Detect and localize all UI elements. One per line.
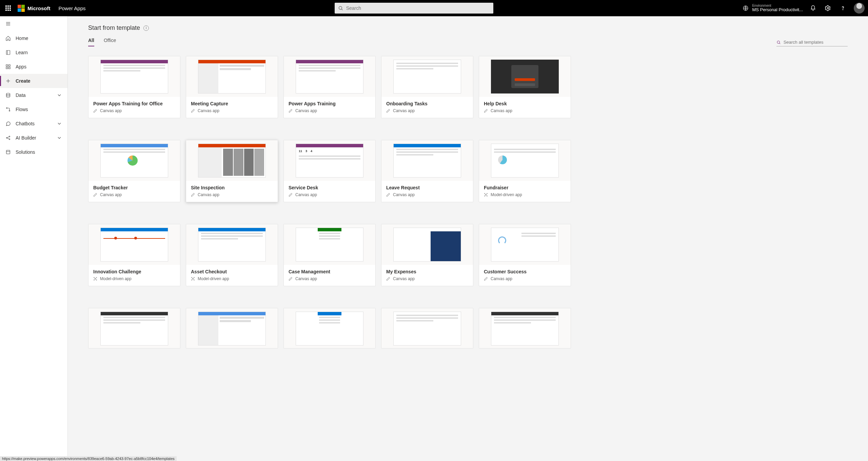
template-card[interactable]: Meeting CaptureCanvas app (186, 56, 278, 118)
template-card[interactable]: Power Apps TrainingCanvas app (283, 56, 376, 118)
template-card[interactable]: Customer SuccessCanvas app (479, 224, 571, 286)
environment-picker[interactable]: Environment MS Personal Productivit... (743, 4, 803, 12)
info-icon[interactable]: i (143, 25, 149, 31)
microsoft-logo[interactable]: Microsoft (18, 5, 51, 12)
svg-point-19 (6, 138, 7, 139)
sidebar-item-apps[interactable]: Apps (0, 60, 67, 74)
section-title: Start from template (88, 24, 140, 32)
sidebar: HomeLearnAppsCreateDataFlowsChatbotsAI B… (0, 16, 68, 461)
template-title: Asset Checkout (191, 269, 273, 274)
template-card[interactable]: Budget TrackerCanvas app (88, 140, 180, 202)
sidebar-item-flows[interactable]: Flows (0, 102, 67, 117)
template-card[interactable]: Help DeskCanvas app (479, 56, 571, 118)
search-icon (338, 5, 343, 11)
settings-button[interactable] (821, 0, 835, 16)
svg-point-33 (95, 278, 96, 279)
svg-rect-10 (6, 65, 8, 66)
template-card[interactable]: Onboarding TasksCanvas app (381, 56, 473, 118)
sidebar-toggle[interactable] (0, 16, 67, 31)
sidebar-item-learn[interactable]: Learn (0, 45, 67, 60)
template-type: Model-driven app (191, 276, 273, 281)
solution-icon (5, 149, 11, 155)
svg-point-4 (843, 9, 843, 10)
sidebar-item-label: Data (16, 92, 26, 98)
template-type: Canvas app (289, 108, 371, 113)
template-search[interactable] (776, 40, 848, 46)
hamburger-icon (5, 21, 11, 26)
svg-point-0 (339, 6, 342, 9)
search-input[interactable] (346, 5, 490, 11)
template-type: Model-driven app (484, 192, 566, 197)
template-type: Canvas app (93, 192, 175, 197)
environment-icon (743, 5, 749, 11)
template-title: Site Inspection (191, 185, 273, 190)
template-type: Canvas app (93, 108, 175, 113)
svg-point-34 (94, 277, 95, 278)
template-card[interactable] (381, 308, 473, 349)
apps-icon (5, 64, 11, 69)
template-title: Power Apps Training (289, 101, 371, 106)
pencil-icon (484, 277, 488, 281)
tab-all[interactable]: All (88, 38, 94, 46)
status-bar: https://make.preview.powerapps.com/envir… (0, 456, 177, 461)
pencil-icon (191, 193, 195, 197)
sidebar-item-home[interactable]: Home (0, 31, 67, 45)
template-type: Canvas app (484, 108, 566, 113)
model-icon (191, 277, 195, 281)
sidebar-item-ai-builder[interactable]: AI Builder (0, 131, 67, 145)
template-card[interactable] (479, 308, 571, 349)
template-card[interactable] (186, 308, 278, 349)
template-title: Budget Tracker (93, 185, 175, 190)
app-launcher[interactable] (0, 0, 16, 16)
notifications-button[interactable] (806, 0, 821, 16)
pencil-icon (93, 193, 97, 197)
template-card[interactable]: My ExpensesCanvas app (381, 224, 473, 286)
app-name[interactable]: Power Apps (59, 5, 86, 11)
svg-line-27 (780, 43, 780, 44)
template-type: Canvas app (386, 276, 468, 281)
template-card[interactable] (283, 308, 376, 349)
svg-point-36 (94, 280, 95, 280)
template-card[interactable]: 1134Service DeskCanvas app (283, 140, 376, 202)
pencil-icon (191, 109, 195, 113)
sidebar-item-chatbots[interactable]: Chatbots (0, 117, 67, 131)
book-icon (5, 50, 11, 55)
template-card[interactable]: Site InspectionCanvas app (186, 140, 278, 202)
top-bar: Microsoft Power Apps Environment MS Pers… (0, 0, 868, 16)
svg-point-42 (194, 280, 195, 280)
sidebar-item-create[interactable]: Create (0, 74, 67, 88)
svg-point-17 (6, 108, 7, 109)
global-search[interactable] (335, 3, 493, 14)
template-search-input[interactable] (784, 40, 848, 45)
search-icon (776, 40, 781, 45)
svg-point-28 (486, 194, 487, 195)
help-button[interactable] (835, 0, 850, 16)
svg-point-20 (9, 136, 10, 137)
template-card[interactable]: Case ManagementCanvas app (283, 224, 376, 286)
user-avatar[interactable] (854, 3, 865, 14)
sidebar-item-label: Learn (16, 50, 28, 55)
svg-point-26 (777, 41, 780, 43)
tab-office[interactable]: Office (104, 38, 116, 46)
sidebar-item-label: Home (16, 36, 28, 41)
svg-point-39 (192, 277, 192, 278)
template-card[interactable]: Power Apps Training for OfficeCanvas app (88, 56, 180, 118)
sidebar-item-label: Create (16, 78, 31, 84)
environment-text: Environment MS Personal Productivit... (752, 4, 803, 12)
sidebar-item-solutions[interactable]: Solutions (0, 145, 67, 159)
chat-icon (5, 121, 11, 126)
template-title: Customer Success (484, 269, 566, 274)
template-card[interactable]: Innovation ChallengeModel-driven app (88, 224, 180, 286)
sidebar-item-data[interactable]: Data (0, 88, 67, 102)
template-grid: Power Apps Training for OfficeCanvas app… (88, 56, 848, 349)
template-card[interactable]: FundraiserModel-driven app (479, 140, 571, 202)
template-card[interactable]: Leave RequestCanvas app (381, 140, 473, 202)
waffle-icon (5, 5, 11, 11)
svg-line-23 (7, 138, 9, 139)
template-title: My Expenses (386, 269, 468, 274)
template-title: Help Desk (484, 101, 566, 106)
template-title: Fundraiser (484, 185, 566, 190)
template-card[interactable]: Asset CheckoutModel-driven app (186, 224, 278, 286)
chevron-down-icon (57, 135, 62, 141)
template-card[interactable] (88, 308, 180, 349)
